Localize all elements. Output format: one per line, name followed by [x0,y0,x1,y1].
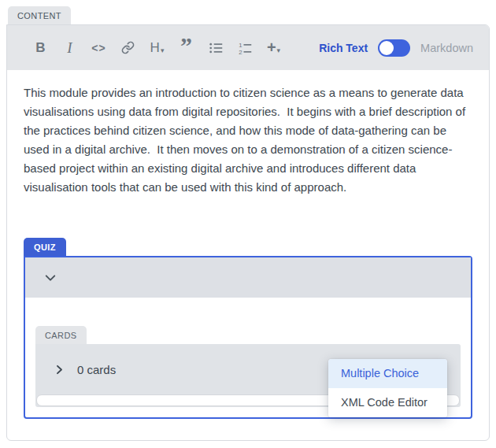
italic-button[interactable]: I [55,34,84,62]
quiz-tab-label: QUIZ [24,238,66,256]
add-block-button[interactable]: + ▾ [259,34,288,62]
bold-button[interactable]: B [26,34,55,62]
link-icon [121,41,135,54]
quiz-collapse-header[interactable] [25,257,471,298]
rich-text-editor-area[interactable]: This module provides an introduction to … [7,70,489,419]
quiz-panel: CARDS 0 cards [24,256,472,419]
rich-text-label[interactable]: Rich Text [319,42,368,54]
content-panel: B I <> H ▾ ” [6,24,490,441]
bullet-list-icon [209,41,223,55]
heading-icon: H [150,40,160,56]
markdown-label[interactable]: Markdown [420,42,473,54]
caret-down-icon: ▾ [161,46,165,54]
italic-icon: I [67,39,72,57]
svg-text:1: 1 [239,41,242,48]
bullet-list-button[interactable] [201,34,230,62]
plus-icon: + [267,39,276,57]
code-icon: <> [91,42,105,54]
cards-tab-label: CARDS [35,326,87,344]
link-button[interactable] [113,34,143,62]
ordered-list-icon: 1 2 [238,41,252,55]
bold-icon: B [35,40,45,56]
svg-text:2: 2 [239,48,242,54]
toggle-knob [379,41,394,55]
code-button[interactable]: <> [84,34,113,62]
heading-button[interactable]: H ▾ [143,34,172,62]
card-type-dropdown: Multiple Choice XML Code Editor [328,359,447,417]
cards-count-label: 0 cards [77,363,116,376]
ordered-list-button[interactable]: 1 2 [230,34,259,62]
dropdown-item-xml-code-editor[interactable]: XML Code Editor [328,388,447,417]
tab-content[interactable]: CONTENT [8,6,71,24]
rich-text-markdown-toggle[interactable] [378,39,410,57]
editor-mode-switch: Rich Text Markdown [319,39,473,57]
module-description-text[interactable]: This module provides an introduction to … [24,83,474,197]
caret-down-icon: ▾ [277,46,281,54]
blockquote-icon: ” [180,42,192,54]
chevron-down-icon[interactable] [43,271,57,285]
chevron-right-icon[interactable] [54,364,65,376]
quiz-section: QUIZ CARDS [24,238,474,419]
editor-toolbar: B I <> H ▾ ” [7,25,489,70]
blockquote-button[interactable]: ” [172,34,201,62]
dropdown-item-multiple-choice[interactable]: Multiple Choice [328,359,447,388]
